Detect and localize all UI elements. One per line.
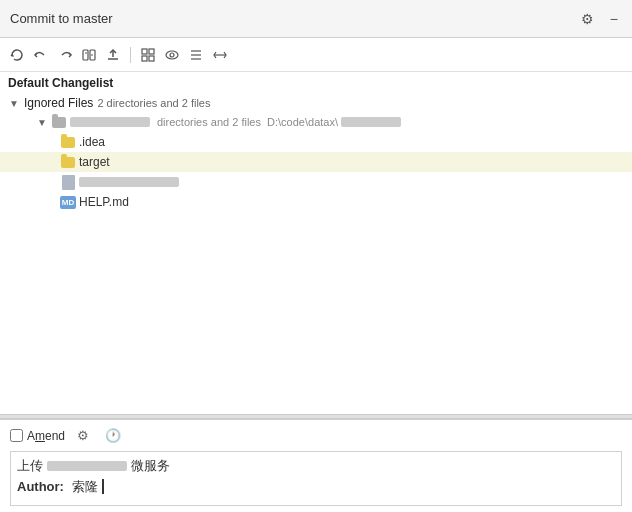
ignored-files-chevron: ▼ [8, 98, 20, 109]
blurred-file-name [79, 177, 179, 187]
svg-rect-5 [149, 49, 154, 54]
commit-history-button[interactable]: 🕐 [101, 426, 125, 445]
settings-button[interactable]: ⚙ [577, 9, 598, 29]
title-bar: Commit to master ⚙ − [0, 0, 632, 38]
amend-checkbox[interactable] [10, 429, 23, 442]
commit-settings-button[interactable]: ⚙ [73, 426, 93, 445]
md-file-icon: MD [60, 194, 76, 210]
svg-rect-4 [142, 49, 147, 54]
subfolder-chevron: ▼ [36, 117, 48, 128]
minimize-button[interactable]: − [606, 9, 622, 29]
refresh-icon[interactable] [8, 46, 26, 64]
folder-icon [51, 114, 67, 130]
target-folder-icon [60, 154, 76, 170]
tree-row[interactable]: ▼ directories and 2 files D:\code\datax\ [0, 112, 632, 132]
amend-label: Amend [27, 429, 65, 443]
window-title: Commit to master [10, 11, 113, 26]
commit-message-wrapper: 上传 微服务 Author: 索隆 [10, 451, 622, 506]
idea-folder-icon [60, 134, 76, 150]
changelist-label: Default Changelist [8, 76, 113, 90]
help-md-name: HELP.md [79, 195, 129, 209]
ignored-files-label: Ignored Files [24, 96, 93, 110]
cursor-indicator [102, 479, 108, 494]
blurred-commit-text [47, 461, 127, 471]
default-changelist-header: Default Changelist [0, 72, 632, 94]
view-icon[interactable] [163, 46, 181, 64]
main-window: Commit to master ⚙ − [0, 0, 632, 512]
diff-view-icon[interactable] [80, 46, 98, 64]
idea-folder-name: .idea [79, 135, 105, 149]
commit-message-display: 上传 微服务 Author: 索隆 [10, 451, 622, 506]
tree-row[interactable]: target [0, 152, 632, 172]
commit-prefix: 上传 [17, 456, 43, 477]
commit-suffix: 微服务 [131, 456, 170, 477]
blurred-file-icon [60, 174, 76, 190]
svg-rect-6 [142, 56, 147, 61]
file-tree-area: Default Changelist ▼ Ignored Files 2 dir… [0, 72, 632, 414]
toolbar-sep-1 [130, 47, 131, 63]
svg-rect-0 [83, 50, 88, 60]
blurred-path-suffix [341, 117, 401, 127]
list-icon[interactable] [187, 46, 205, 64]
split-icon[interactable] [211, 46, 229, 64]
target-folder-name: target [79, 155, 110, 169]
upload-icon[interactable] [104, 46, 122, 64]
commit-message-line2: Author: 索隆 [17, 477, 615, 498]
toolbar [0, 38, 632, 72]
title-bar-left: Commit to master [10, 11, 113, 26]
svg-rect-7 [149, 56, 154, 61]
tree-row[interactable]: .idea [0, 132, 632, 152]
tree-row[interactable]: MD HELP.md [0, 192, 632, 212]
bottom-panel: Amend ⚙ 🕐 上传 微服务 Author: 索隆 [0, 419, 632, 512]
undo-icon[interactable] [32, 46, 50, 64]
ignored-files-count: 2 directories and 2 files [97, 97, 210, 109]
redo-icon[interactable] [56, 46, 74, 64]
title-bar-controls: ⚙ − [577, 9, 622, 29]
svg-point-9 [170, 53, 174, 57]
blurred-folder-name [70, 117, 150, 127]
group-icon[interactable] [139, 46, 157, 64]
author-name: 索隆 [72, 479, 98, 494]
tree-row[interactable] [0, 172, 632, 192]
folder-path: directories and 2 files D:\code\datax\ [157, 116, 338, 128]
amend-row: Amend ⚙ 🕐 [10, 426, 622, 445]
author-label: Author: [17, 479, 64, 494]
amend-checkbox-wrapper[interactable]: Amend [10, 429, 65, 443]
ignored-files-header[interactable]: ▼ Ignored Files 2 directories and 2 file… [0, 94, 632, 112]
svg-point-8 [166, 51, 178, 59]
commit-message-line1: 上传 微服务 [17, 456, 615, 477]
